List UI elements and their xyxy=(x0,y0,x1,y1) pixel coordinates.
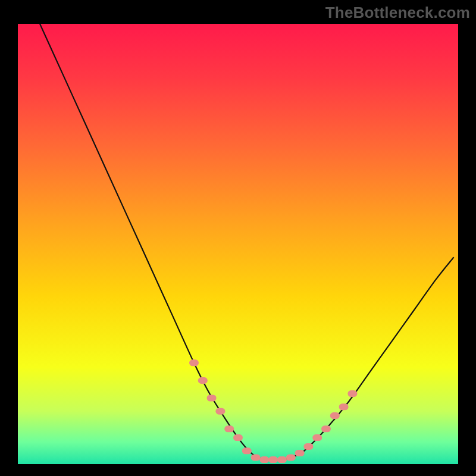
curve-marker xyxy=(339,403,349,410)
curve-marker xyxy=(295,450,305,456)
curve-marker xyxy=(321,425,331,432)
curve-marker xyxy=(286,454,296,461)
watermark-text: TheBottleneck.com xyxy=(325,4,470,22)
curve-marker xyxy=(259,456,269,463)
curve-marker xyxy=(233,434,243,441)
curve-marker xyxy=(215,408,225,415)
curve-marker xyxy=(189,359,199,366)
curve-marker xyxy=(224,425,234,432)
curve-marker xyxy=(277,456,287,463)
curve-marker xyxy=(312,434,322,441)
plot-area xyxy=(18,24,458,464)
curve-marker xyxy=(268,456,278,463)
curve-marker xyxy=(330,412,340,419)
chart-svg xyxy=(18,24,458,464)
curve-marker xyxy=(251,454,261,461)
gradient-background xyxy=(18,24,458,464)
curve-marker xyxy=(303,443,313,450)
curve-marker xyxy=(347,390,357,397)
curve-marker xyxy=(207,395,217,402)
chart-frame: TheBottleneck.com xyxy=(0,0,476,476)
curve-marker xyxy=(242,447,252,454)
curve-marker xyxy=(198,377,208,384)
